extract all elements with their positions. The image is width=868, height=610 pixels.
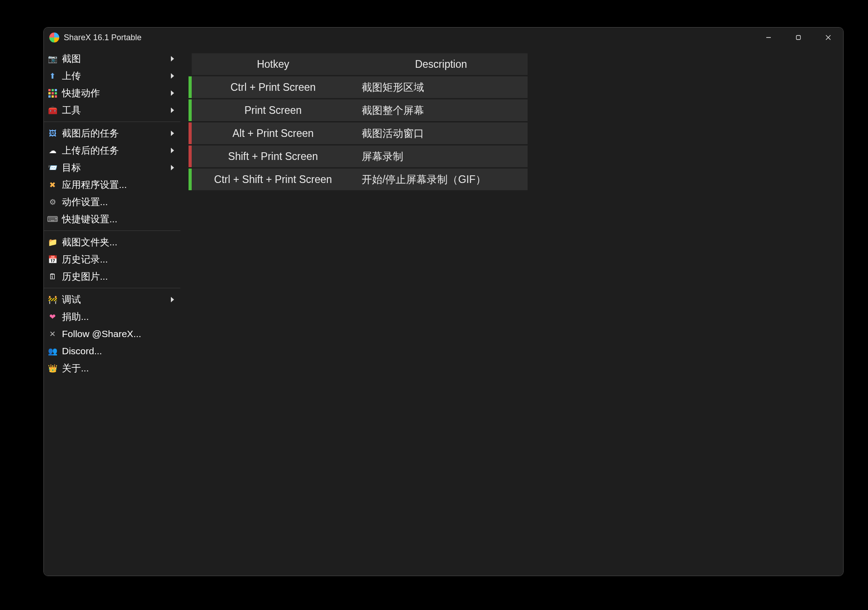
titlebar[interactable]: ShareX 16.1 Portable (44, 28, 843, 47)
hotkey-cell: Ctrl + Print Screen (192, 76, 354, 98)
sidebar-item-label: 工具 (62, 104, 171, 117)
sidebar-item-upload[interactable]: ⬆上传 (44, 67, 180, 84)
hotkey-cell: Shift + Print Screen (192, 145, 354, 167)
hotkey-cell: Alt + Print Screen (192, 122, 354, 144)
destinations-icon: 📨 (47, 163, 57, 173)
window-title: ShareX 16.1 Portable (64, 33, 142, 42)
after-capture-icon: 🖼 (47, 128, 57, 138)
sidebar-item-label: 动作设置... (62, 196, 174, 208)
follow-twitter-icon: ✕ (47, 329, 57, 339)
status-indicator (189, 169, 192, 190)
menu-divider (44, 122, 180, 122)
sidebar-item-image-history[interactable]: 🗓历史图片... (44, 268, 180, 285)
menu-divider (44, 288, 180, 288)
table-header-row: Hotkey Description (189, 53, 528, 75)
maximize-button[interactable] (783, 28, 813, 47)
status-indicator (189, 145, 192, 167)
sidebar-item-tools[interactable]: 🧰工具 (44, 102, 180, 119)
hotkey-cell: Print Screen (192, 99, 354, 121)
submenu-arrow-icon (171, 131, 174, 136)
upload-icon: ⬆ (47, 71, 57, 81)
hotkey-row[interactable]: Ctrl + Shift + Print Screen开始/停止屏幕录制（GIF… (189, 169, 528, 190)
sidebar-item-quick-actions[interactable]: 快捷动作 (44, 84, 180, 102)
submenu-arrow-icon (171, 73, 174, 79)
discord-icon: 👥 (47, 346, 57, 356)
debug-icon: 🚧 (47, 295, 57, 305)
hotkey-settings-icon: ⌨ (47, 214, 57, 224)
hotkey-table: Hotkey Description Ctrl + Print Screen截图… (189, 52, 528, 192)
col-description: Description (354, 53, 528, 75)
sidebar-item-label: 历史记录... (62, 253, 174, 266)
sidebar-item-debug[interactable]: 🚧调试 (44, 291, 180, 308)
submenu-arrow-icon (171, 165, 174, 170)
app-settings-icon: ✖ (47, 180, 57, 190)
submenu-arrow-icon (171, 148, 174, 153)
sidebar-item-follow-twitter[interactable]: ✕Follow @ShareX... (44, 325, 180, 343)
sidebar-item-label: 快捷键设置... (62, 213, 174, 225)
submenu-arrow-icon (171, 56, 174, 61)
submenu-arrow-icon (171, 90, 174, 96)
sidebar-item-label: 上传后的任务 (62, 144, 171, 157)
sidebar-item-label: 历史图片... (62, 270, 174, 283)
after-upload-icon: ☁ (47, 145, 57, 155)
sidebar-item-label: 截图文件夹... (62, 236, 174, 249)
about-icon: 👑 (47, 363, 57, 373)
sidebar-item-label: Discord... (62, 346, 174, 357)
quick-actions-icon (47, 88, 57, 98)
app-window: ShareX 16.1 Portable 📷截图⬆上传快捷动作🧰工具🖼截图后的任… (43, 27, 844, 576)
menu-divider (44, 230, 180, 231)
image-history-icon: 🗓 (47, 272, 57, 282)
description-cell: 屏幕录制 (354, 145, 528, 167)
sidebar: 📷截图⬆上传快捷动作🧰工具🖼截图后的任务☁上传后的任务📨目标✖应用程序设置...… (44, 47, 180, 576)
sidebar-item-donate[interactable]: ❤捐助... (44, 308, 180, 325)
sidebar-item-after-capture[interactable]: 🖼截图后的任务 (44, 125, 180, 142)
hotkey-row[interactable]: Print Screen截图整个屏幕 (189, 99, 528, 121)
status-indicator (189, 99, 192, 121)
history-icon: 📅 (47, 254, 57, 264)
hotkey-row[interactable]: Shift + Print Screen屏幕录制 (189, 145, 528, 167)
sidebar-item-task-settings[interactable]: ⚙动作设置... (44, 193, 180, 211)
sidebar-item-screenshots-folder[interactable]: 📁截图文件夹... (44, 234, 180, 251)
sidebar-item-label: 调试 (62, 293, 171, 306)
svg-rect-1 (797, 36, 801, 40)
sidebar-item-discord[interactable]: 👥Discord... (44, 343, 180, 360)
hotkey-row[interactable]: Alt + Print Screen截图活动窗口 (189, 122, 528, 144)
donate-icon: ❤ (47, 312, 57, 322)
description-cell: 截图矩形区域 (354, 76, 528, 98)
tools-icon: 🧰 (47, 105, 57, 115)
screenshot-icon: 📷 (47, 54, 57, 64)
status-indicator (189, 122, 192, 144)
sidebar-item-label: 捐助... (62, 310, 174, 323)
sidebar-item-label: 目标 (62, 161, 171, 174)
screenshots-folder-icon: 📁 (47, 237, 57, 247)
sharex-logo-icon (49, 33, 59, 42)
hotkey-row[interactable]: Ctrl + Print Screen截图矩形区域 (189, 76, 528, 98)
col-hotkey: Hotkey (192, 53, 354, 75)
sidebar-item-screenshot[interactable]: 📷截图 (44, 50, 180, 67)
description-cell: 截图活动窗口 (354, 122, 528, 144)
submenu-arrow-icon (171, 108, 174, 113)
description-cell: 截图整个屏幕 (354, 99, 528, 121)
sidebar-item-label: 上传 (62, 70, 171, 82)
sidebar-item-hotkey-settings[interactable]: ⌨快捷键设置... (44, 211, 180, 228)
sidebar-item-label: 应用程序设置... (62, 178, 174, 191)
sidebar-item-history[interactable]: 📅历史记录... (44, 251, 180, 268)
sidebar-item-label: 截图 (62, 52, 171, 65)
close-button[interactable] (813, 28, 843, 47)
submenu-arrow-icon (171, 297, 174, 302)
description-cell: 开始/停止屏幕录制（GIF） (354, 169, 528, 190)
sidebar-item-after-upload[interactable]: ☁上传后的任务 (44, 142, 180, 159)
hotkey-cell: Ctrl + Shift + Print Screen (192, 169, 354, 190)
minimize-button[interactable] (754, 28, 783, 47)
sidebar-item-label: 快捷动作 (62, 87, 171, 99)
sidebar-item-about[interactable]: 👑关于... (44, 360, 180, 377)
sidebar-item-destinations[interactable]: 📨目标 (44, 159, 180, 176)
sidebar-item-label: 截图后的任务 (62, 127, 171, 140)
sidebar-item-label: Follow @ShareX... (62, 328, 174, 339)
status-indicator (189, 76, 192, 98)
sidebar-item-app-settings[interactable]: ✖应用程序设置... (44, 176, 180, 193)
task-settings-icon: ⚙ (47, 197, 57, 207)
main-content: Hotkey Description Ctrl + Print Screen截图… (180, 47, 843, 576)
sidebar-item-label: 关于... (62, 362, 174, 375)
